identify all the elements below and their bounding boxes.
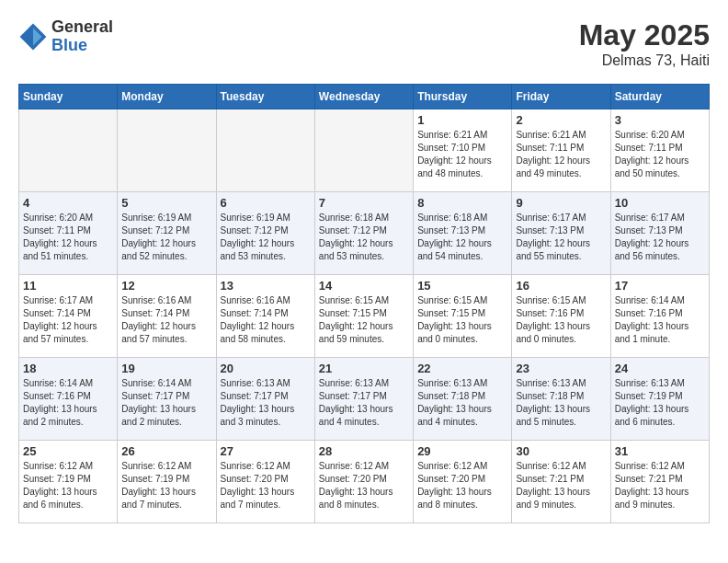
day-detail: Sunrise: 6:13 AM Sunset: 7:18 PM Dayligh… xyxy=(417,377,507,429)
day-number: 12 xyxy=(121,279,211,293)
day-detail: Sunrise: 6:12 AM Sunset: 7:19 PM Dayligh… xyxy=(121,460,211,511)
day-number: 14 xyxy=(319,279,409,293)
calendar-day-cell: 10Sunrise: 6:17 AM Sunset: 7:13 PM Dayli… xyxy=(610,192,709,275)
calendar-header-row: SundayMondayTuesdayWednesdayThursdayFrid… xyxy=(19,85,710,109)
page-header: General Blue May 2025 Delmas 73, Haiti xyxy=(18,18,710,69)
day-detail: Sunrise: 6:21 AM Sunset: 7:11 PM Dayligh… xyxy=(516,129,606,180)
calendar-day-cell: 23Sunrise: 6:13 AM Sunset: 7:18 PM Dayli… xyxy=(512,358,610,441)
calendar-day-cell: 17Sunrise: 6:14 AM Sunset: 7:16 PM Dayli… xyxy=(610,275,709,358)
day-number: 28 xyxy=(319,444,409,458)
calendar-day-cell: 24Sunrise: 6:13 AM Sunset: 7:19 PM Dayli… xyxy=(610,358,709,441)
day-detail: Sunrise: 6:15 AM Sunset: 7:15 PM Dayligh… xyxy=(417,294,507,346)
logo-text: General Blue xyxy=(51,18,113,55)
day-detail: Sunrise: 6:12 AM Sunset: 7:19 PM Dayligh… xyxy=(23,460,113,511)
calendar-day-cell: 13Sunrise: 6:16 AM Sunset: 7:14 PM Dayli… xyxy=(216,275,314,358)
day-detail: Sunrise: 6:15 AM Sunset: 7:15 PM Dayligh… xyxy=(319,294,409,346)
calendar-day-cell: 5Sunrise: 6:19 AM Sunset: 7:12 PM Daylig… xyxy=(118,192,216,275)
weekday-header: Wednesday xyxy=(314,85,413,109)
day-detail: Sunrise: 6:12 AM Sunset: 7:20 PM Dayligh… xyxy=(417,460,507,511)
day-number: 22 xyxy=(417,362,507,375)
day-detail: Sunrise: 6:13 AM Sunset: 7:19 PM Dayligh… xyxy=(615,377,705,429)
calendar-day-cell: 11Sunrise: 6:17 AM Sunset: 7:14 PM Dayli… xyxy=(19,275,118,358)
calendar-day-cell: 16Sunrise: 6:15 AM Sunset: 7:16 PM Dayli… xyxy=(512,275,610,358)
calendar-week-row: 4Sunrise: 6:20 AM Sunset: 7:11 PM Daylig… xyxy=(19,192,710,275)
day-number: 21 xyxy=(319,362,409,375)
calendar-day-cell xyxy=(19,109,118,192)
calendar-week-row: 18Sunrise: 6:14 AM Sunset: 7:16 PM Dayli… xyxy=(19,358,710,441)
day-detail: Sunrise: 6:13 AM Sunset: 7:18 PM Dayligh… xyxy=(516,377,606,429)
calendar-day-cell: 19Sunrise: 6:14 AM Sunset: 7:17 PM Dayli… xyxy=(118,358,216,441)
day-detail: Sunrise: 6:13 AM Sunset: 7:17 PM Dayligh… xyxy=(319,377,409,429)
day-number: 5 xyxy=(121,196,211,210)
day-detail: Sunrise: 6:12 AM Sunset: 7:21 PM Dayligh… xyxy=(615,460,705,511)
calendar-week-row: 11Sunrise: 6:17 AM Sunset: 7:14 PM Dayli… xyxy=(19,275,710,358)
day-number: 17 xyxy=(615,279,705,293)
day-detail: Sunrise: 6:19 AM Sunset: 7:12 PM Dayligh… xyxy=(221,212,311,263)
weekday-header: Sunday xyxy=(19,85,118,109)
day-number: 24 xyxy=(615,362,705,375)
day-detail: Sunrise: 6:13 AM Sunset: 7:17 PM Dayligh… xyxy=(221,377,311,429)
day-number: 15 xyxy=(417,279,507,293)
day-number: 30 xyxy=(516,444,606,458)
calendar-table: SundayMondayTuesdayWednesdayThursdayFrid… xyxy=(18,84,710,523)
day-number: 25 xyxy=(23,444,113,458)
calendar-day-cell: 18Sunrise: 6:14 AM Sunset: 7:16 PM Dayli… xyxy=(19,358,118,441)
day-number: 2 xyxy=(516,113,606,127)
calendar-day-cell: 6Sunrise: 6:19 AM Sunset: 7:12 PM Daylig… xyxy=(216,192,314,275)
calendar-day-cell: 30Sunrise: 6:12 AM Sunset: 7:21 PM Dayli… xyxy=(512,441,610,523)
day-number: 18 xyxy=(23,362,113,375)
day-detail: Sunrise: 6:12 AM Sunset: 7:21 PM Dayligh… xyxy=(516,460,606,511)
day-detail: Sunrise: 6:12 AM Sunset: 7:20 PM Dayligh… xyxy=(319,460,409,511)
day-detail: Sunrise: 6:14 AM Sunset: 7:16 PM Dayligh… xyxy=(23,377,113,429)
day-detail: Sunrise: 6:19 AM Sunset: 7:12 PM Dayligh… xyxy=(121,212,211,263)
day-detail: Sunrise: 6:15 AM Sunset: 7:16 PM Dayligh… xyxy=(516,294,606,346)
day-number: 8 xyxy=(417,196,507,210)
day-detail: Sunrise: 6:18 AM Sunset: 7:12 PM Dayligh… xyxy=(319,212,409,263)
calendar-day-cell: 4Sunrise: 6:20 AM Sunset: 7:11 PM Daylig… xyxy=(19,192,118,275)
weekday-header: Thursday xyxy=(414,85,512,109)
day-detail: Sunrise: 6:21 AM Sunset: 7:10 PM Dayligh… xyxy=(417,129,507,180)
logo-general: General xyxy=(51,18,113,37)
calendar-day-cell: 31Sunrise: 6:12 AM Sunset: 7:21 PM Dayli… xyxy=(610,441,709,523)
calendar-location: Delmas 73, Haiti xyxy=(579,52,710,69)
weekday-header: Saturday xyxy=(610,85,709,109)
day-detail: Sunrise: 6:20 AM Sunset: 7:11 PM Dayligh… xyxy=(23,212,113,263)
calendar-day-cell: 3Sunrise: 6:20 AM Sunset: 7:11 PM Daylig… xyxy=(610,109,709,192)
calendar-day-cell xyxy=(314,109,413,192)
day-detail: Sunrise: 6:18 AM Sunset: 7:13 PM Dayligh… xyxy=(417,212,507,263)
day-detail: Sunrise: 6:20 AM Sunset: 7:11 PM Dayligh… xyxy=(615,129,705,180)
day-detail: Sunrise: 6:17 AM Sunset: 7:14 PM Dayligh… xyxy=(23,294,113,346)
day-number: 3 xyxy=(615,113,705,127)
calendar-day-cell: 22Sunrise: 6:13 AM Sunset: 7:18 PM Dayli… xyxy=(414,358,512,441)
calendar-day-cell: 12Sunrise: 6:16 AM Sunset: 7:14 PM Dayli… xyxy=(118,275,216,358)
calendar-day-cell: 25Sunrise: 6:12 AM Sunset: 7:19 PM Dayli… xyxy=(19,441,118,523)
calendar-day-cell xyxy=(216,109,314,192)
logo-blue: Blue xyxy=(51,37,113,55)
day-number: 26 xyxy=(121,444,211,458)
calendar-day-cell: 26Sunrise: 6:12 AM Sunset: 7:19 PM Dayli… xyxy=(118,441,216,523)
day-number: 31 xyxy=(615,444,705,458)
day-detail: Sunrise: 6:12 AM Sunset: 7:20 PM Dayligh… xyxy=(221,460,311,511)
day-detail: Sunrise: 6:14 AM Sunset: 7:17 PM Dayligh… xyxy=(121,377,211,429)
calendar-day-cell xyxy=(118,109,216,192)
day-number: 11 xyxy=(23,279,113,293)
calendar-week-row: 1Sunrise: 6:21 AM Sunset: 7:10 PM Daylig… xyxy=(19,109,710,192)
day-number: 1 xyxy=(417,113,507,127)
calendar-day-cell: 20Sunrise: 6:13 AM Sunset: 7:17 PM Dayli… xyxy=(216,358,314,441)
weekday-header: Friday xyxy=(512,85,610,109)
calendar-day-cell: 28Sunrise: 6:12 AM Sunset: 7:20 PM Dayli… xyxy=(314,441,413,523)
day-detail: Sunrise: 6:16 AM Sunset: 7:14 PM Dayligh… xyxy=(221,294,311,346)
day-detail: Sunrise: 6:17 AM Sunset: 7:13 PM Dayligh… xyxy=(516,212,606,263)
day-number: 23 xyxy=(516,362,606,375)
day-number: 4 xyxy=(23,196,113,210)
day-number: 19 xyxy=(121,362,211,375)
calendar-day-cell: 7Sunrise: 6:18 AM Sunset: 7:12 PM Daylig… xyxy=(314,192,413,275)
calendar-day-cell: 8Sunrise: 6:18 AM Sunset: 7:13 PM Daylig… xyxy=(414,192,512,275)
calendar-day-cell: 2Sunrise: 6:21 AM Sunset: 7:11 PM Daylig… xyxy=(512,109,610,192)
day-detail: Sunrise: 6:16 AM Sunset: 7:14 PM Dayligh… xyxy=(121,294,211,346)
day-number: 6 xyxy=(221,196,311,210)
calendar-day-cell: 29Sunrise: 6:12 AM Sunset: 7:20 PM Dayli… xyxy=(414,441,512,523)
calendar-day-cell: 1Sunrise: 6:21 AM Sunset: 7:10 PM Daylig… xyxy=(414,109,512,192)
day-number: 10 xyxy=(615,196,705,210)
logo-icon xyxy=(18,22,48,52)
